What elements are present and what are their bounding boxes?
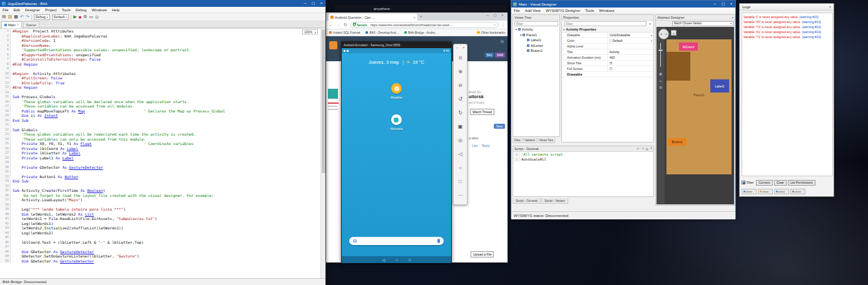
menu-item[interactable]: Tools bbox=[583, 9, 596, 12]
app-shortcut[interactable]: Memoria bbox=[391, 114, 402, 131]
screen-icon[interactable]: ▭ bbox=[659, 79, 662, 82]
tab-close-icon[interactable]: × bbox=[414, 16, 416, 19]
find-icon[interactable]: ◎ bbox=[646, 147, 648, 151]
lblcoord-view[interactable]: lblCoord bbox=[679, 42, 698, 51]
undo-icon[interactable]: ↶ bbox=[20, 14, 24, 19]
run-icon[interactable]: ▶ bbox=[73, 14, 76, 19]
properties-group-row[interactable]: ▾ Activity Properties bbox=[562, 27, 653, 32]
ide-titlebar[interactable]: JogoDasPalavras - B4A ─ ▢ × bbox=[0, 0, 325, 7]
undo-icon[interactable]: ↶ bbox=[636, 147, 639, 151]
compile-icon[interactable]: ⚙ bbox=[83, 14, 87, 19]
dropdown-arrow-icon[interactable]: ▾ bbox=[651, 39, 653, 42]
bridge-icon[interactable]: ◎ bbox=[95, 14, 99, 19]
close-button[interactable]: × bbox=[727, 1, 735, 8]
group-expander-icon[interactable]: ▾ bbox=[563, 28, 564, 31]
site-search-icon[interactable]: ◎ bbox=[501, 39, 504, 43]
google-search-bar[interactable]: G bbox=[349, 237, 444, 245]
property-row[interactable]: Show Title ☑ bbox=[562, 61, 653, 66]
tree-item[interactable]: ▾ Panel1 bbox=[513, 32, 559, 38]
property-value[interactable]: ☑ bbox=[607, 61, 653, 66]
new-tab-button[interactable]: + bbox=[420, 14, 422, 18]
omnibox[interactable]: Secure | https://www.b4x.com/android/for… bbox=[350, 22, 499, 28]
tab-main[interactable]: Main × bbox=[1, 21, 22, 28]
pan-control[interactable]: ◂ ▸ bbox=[658, 29, 669, 39]
property-value[interactable]: ColorDrawable ▾ bbox=[607, 32, 653, 38]
property-row[interactable]: Alpha Level bbox=[562, 44, 653, 49]
scrollbar-thumb[interactable] bbox=[322, 29, 325, 173]
filter-checkbox[interactable] bbox=[742, 181, 745, 184]
menu-item[interactable]: Add View bbox=[523, 9, 543, 12]
reload-icon[interactable]: ↻ bbox=[344, 22, 347, 28]
app-shortcut[interactable]: Weather bbox=[391, 83, 402, 99]
menu-item[interactable]: Edit bbox=[11, 8, 23, 12]
log-warning-ref[interactable]: (warning #10) bbox=[801, 20, 821, 24]
thread-author-avatar[interactable] bbox=[328, 89, 338, 99]
collapse-button[interactable]: « bbox=[671, 30, 677, 36]
minimize-button[interactable]: ─ bbox=[301, 0, 309, 7]
browser-tab[interactable]: Android Question - Can ... × bbox=[329, 14, 417, 21]
drawable-section-row[interactable]: Drawable bbox=[562, 72, 653, 78]
volume-down-icon[interactable]: ⊖ bbox=[454, 78, 467, 92]
menu-item[interactable]: WYSIWYG Designer bbox=[543, 9, 583, 12]
logs-action-button[interactable]: Clear bbox=[774, 180, 787, 186]
property-row[interactable]: Animation Duration (ms) 400 bbox=[562, 55, 653, 61]
label1-view[interactable]: Label1 bbox=[710, 79, 729, 92]
menu-item[interactable]: Tools bbox=[59, 8, 73, 12]
menu-item[interactable]: File bbox=[511, 9, 523, 12]
properties-filter-input[interactable] bbox=[564, 21, 646, 26]
designer-titlebar[interactable]: Main - Visual Designer ─ ▢ × bbox=[511, 1, 735, 8]
property-value[interactable]: ☐ bbox=[607, 66, 653, 71]
pan-right-icon[interactable]: ▸ bbox=[666, 32, 667, 36]
zoom-slider[interactable] bbox=[660, 43, 661, 67]
script-tab[interactable]: Script - General bbox=[513, 198, 541, 204]
new-file-icon[interactable]: ▤ bbox=[2, 14, 6, 19]
overview-icon[interactable]: □ bbox=[454, 174, 467, 188]
stop-icon[interactable]: ■ bbox=[79, 15, 81, 19]
bookmark-item[interactable]: Instant SQL Format bbox=[329, 31, 360, 34]
property-value[interactable]: ▢ Default ▾ bbox=[607, 38, 653, 43]
save-icon[interactable]: ▦ bbox=[14, 14, 18, 19]
phone-screen[interactable]: 4:41 Jueves, 3 may. | ☀ 19 °C Weather bbox=[342, 48, 451, 263]
dropdown-arrow-icon[interactable]: ▾ bbox=[651, 34, 653, 37]
menu-item[interactable]: File bbox=[0, 8, 11, 12]
redo-icon[interactable]: ↷ bbox=[641, 147, 644, 151]
script-tab[interactable]: Script - Variant bbox=[541, 198, 568, 204]
panel-tab[interactable]: Views Tree bbox=[538, 138, 555, 143]
redo-icon[interactable]: ↷ bbox=[26, 14, 29, 19]
mic-icon[interactable] bbox=[437, 239, 440, 243]
like-link[interactable]: Like bbox=[472, 144, 477, 148]
close-button[interactable]: × bbox=[829, 5, 831, 9]
script-editor[interactable]: 1 'All variants script 2 AutoScaleAll bbox=[513, 152, 653, 162]
property-value[interactable]: 400 bbox=[607, 55, 653, 60]
zoom-icon[interactable]: ◎ bbox=[454, 133, 467, 147]
log-warning-ref[interactable]: (warning #10) bbox=[799, 15, 819, 19]
pan-left-icon[interactable]: ◂ bbox=[660, 32, 661, 36]
tab-starter[interactable]: Starter bbox=[23, 21, 40, 28]
code-editor[interactable]: 1 #Region Project Attributes 2 #Applicat… bbox=[0, 28, 320, 278]
rotate-right-icon[interactable]: ↻ bbox=[454, 106, 467, 119]
tree-item[interactable]: Label1 bbox=[513, 38, 559, 43]
logs-titlebar[interactable]: Logs × bbox=[740, 4, 834, 11]
dock-tab[interactable] bbox=[742, 189, 757, 194]
property-value[interactable] bbox=[607, 44, 653, 49]
tree-item[interactable]: lblLetter bbox=[513, 43, 559, 49]
emulator-close-button[interactable]: × bbox=[462, 46, 464, 49]
other-bookmarks[interactable]: Other bookmarks bbox=[477, 31, 505, 34]
dock-tab[interactable] bbox=[774, 189, 789, 194]
panel-tab[interactable]: Variants bbox=[523, 138, 537, 143]
close-button[interactable]: × bbox=[499, 13, 506, 17]
watch-thread-button[interactable]: Watch Thread bbox=[470, 109, 494, 115]
activity-layout[interactable]: lblCoord Panel1 Label1 Button1 bbox=[666, 39, 732, 174]
variant-select[interactable]: Match Chosen Variant ▾ bbox=[672, 21, 733, 26]
forward-icon[interactable]: → bbox=[336, 22, 340, 27]
views-tree-filter-input[interactable] bbox=[514, 21, 558, 26]
minimize-button[interactable]: ─ bbox=[711, 1, 719, 8]
lblletter-view[interactable] bbox=[666, 52, 690, 81]
screenshot-icon[interactable]: ▣ bbox=[454, 119, 467, 133]
product-tab[interactable]: B4J bbox=[485, 52, 494, 58]
power-icon[interactable]: ⊙ bbox=[454, 51, 467, 64]
nav-home-icon[interactable]: ○ bbox=[396, 258, 398, 262]
zoom-grid-icon[interactable]: ⊞ bbox=[659, 86, 661, 89]
close-icon[interactable]: × bbox=[732, 16, 733, 19]
nav-overview-icon[interactable]: □ bbox=[409, 258, 411, 262]
